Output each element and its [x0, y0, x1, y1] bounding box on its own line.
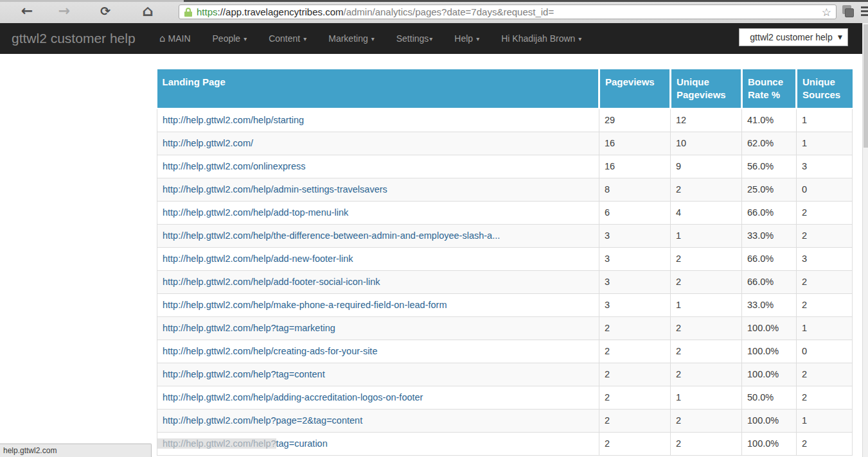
table-row: http://help.gttwl2.com/help/creating-ads… [157, 340, 853, 363]
unique-sources-value: 2 [797, 432, 853, 455]
main-menu: ⌂MAIN People▾ Content▾ Marketing▾ Settin… [148, 23, 592, 54]
unique-pageviews-value: 2 [671, 316, 742, 340]
col-header-pageviews: Pageviews [599, 69, 671, 108]
back-icon[interactable]: ← [17, 0, 37, 23]
user-greeting: Hi Khadijah Brown [501, 33, 575, 44]
bounce-rate-value: 66.0% [742, 247, 797, 270]
landing-page-link[interactable]: http://help.gttwl2.com/help/starting [163, 115, 304, 125]
unique-pageviews-value: 2 [671, 432, 742, 455]
https-lock-icon[interactable] [184, 8, 192, 17]
chevron-down-icon: ▾ [371, 35, 375, 42]
pageviews-value: 3 [599, 247, 671, 270]
unique-pageviews-value: 2 [671, 247, 742, 270]
nav-item-label: People [213, 33, 241, 44]
bookmark-star-icon[interactable]: ☆ [822, 6, 831, 19]
home-icon[interactable]: ⌂ [138, 0, 157, 23]
url-domain: app.travelagencytribes.com [226, 6, 343, 17]
pageviews-value: 16 [599, 132, 671, 155]
col-header-landing-page: Landing Page [157, 69, 599, 108]
unique-pageviews-value: 2 [671, 270, 742, 293]
table-row: http://help.gttwl2.com/help?tag=content … [157, 363, 853, 386]
unique-sources-value: 1 [797, 409, 853, 432]
unique-pageviews-value: 1 [671, 293, 742, 316]
nav-item-content[interactable]: Content▾ [258, 23, 317, 54]
nav-item-people[interactable]: People▾ [202, 23, 258, 54]
extension-icon[interactable] [841, 5, 855, 18]
forward-icon[interactable]: → [55, 0, 74, 23]
nav-item-label: MAIN [168, 33, 191, 44]
unique-sources-value: 0 [797, 178, 853, 201]
table-row: http://help.gttwl2.com/help?tag=marketin… [157, 316, 853, 340]
unique-pageviews-value: 12 [671, 108, 742, 132]
nav-item-marketing[interactable]: Marketing▾ [317, 23, 385, 54]
table-row: http://help.gttwl2.com/help/admin-settin… [157, 178, 853, 201]
nav-item-label: Help [454, 33, 473, 44]
nav-item-label: Settings [396, 33, 429, 44]
analytics-content: Landing Page Pageviews Unique Pageviews … [157, 69, 852, 456]
bounce-rate-value: 66.0% [742, 270, 797, 293]
pageviews-value: 2 [599, 363, 671, 386]
site-select-value: gttwl2 customer help [745, 32, 838, 42]
unique-sources-value: 2 [797, 293, 853, 316]
landing-page-link[interactable]: http://help.gttwl2.com/help/add-footer-s… [163, 277, 380, 287]
pageviews-value: 2 [599, 386, 671, 409]
unique-sources-value: 2 [797, 201, 853, 224]
unique-sources-value: 2 [797, 270, 853, 293]
landing-page-link[interactable]: http://help.gttwl2.com/onlinexpress [163, 161, 305, 171]
address-bar[interactable]: https://app.travelagencytribes.com/admin… [179, 4, 837, 19]
table-row: http://help.gttwl2.com/help/add-top-menu… [157, 201, 853, 224]
landing-page-link[interactable]: http://help.gttwl2.com/help/admin-settin… [163, 184, 387, 194]
table-row: http://help.gttwl2.com/help/the-differen… [157, 224, 853, 247]
refresh-icon[interactable]: ⟳ [96, 0, 115, 23]
bounce-rate-value: 56.0% [742, 155, 797, 178]
table-row: http://help.gttwl2.com/help/add-new-foot… [157, 247, 853, 270]
pageviews-value: 8 [599, 178, 671, 201]
pageviews-value: 2 [599, 340, 671, 363]
landing-page-link[interactable]: http://help.gttwl2.com/help/add-new-foot… [163, 254, 353, 264]
col-header-bounce-rate: Bounce Rate % [742, 69, 797, 108]
landing-page-link[interactable]: http://help.gttwl2.com/help/make-phone-a… [163, 300, 447, 310]
landing-page-link[interactable]: http://help.gttwl2.com/help?tag=content [163, 369, 325, 379]
landing-page-link[interactable]: http://help.gttwl2.com/ [163, 138, 253, 148]
table-row: http://help.gttwl2.com/onlinexpress 16 9… [157, 155, 853, 178]
hamburger-menu-icon[interactable] [861, 6, 868, 18]
unique-sources-value: 1 [797, 316, 853, 340]
bounce-rate-value: 50.0% [742, 386, 797, 409]
chevron-down-icon: ▾ [429, 35, 432, 42]
bounce-rate-value: 100.0% [742, 432, 797, 455]
nav-item-label: Content [269, 33, 300, 44]
nav-item-user[interactable]: Hi Khadijah Brown▾ [490, 23, 592, 54]
nav-item-help[interactable]: Help▾ [443, 23, 490, 54]
nav-item-main[interactable]: ⌂MAIN [148, 23, 202, 54]
unique-pageviews-value: 2 [671, 178, 742, 201]
app-brand: gttwl2 customer help [12, 23, 136, 54]
bounce-rate-value: 41.0% [742, 108, 797, 132]
landing-page-link[interactable]: http://help.gttwl2.com/help?tag=marketin… [163, 323, 335, 333]
bounce-rate-value: 33.0% [742, 293, 797, 316]
select-caret-icon: ▼ [838, 34, 842, 40]
bounce-rate-value: 25.0% [742, 178, 797, 201]
nav-item-settings[interactable]: Settings▾ [385, 23, 444, 54]
pageviews-value: 3 [599, 293, 671, 316]
unique-sources-value: 2 [797, 224, 853, 247]
chevron-down-icon: ▾ [303, 35, 306, 42]
landing-page-link[interactable]: http://help.gttwl2.com/help/the-differen… [163, 230, 500, 241]
pageviews-value: 3 [599, 224, 671, 247]
landing-page-link[interactable]: http://help.gttwl2.com/help/add-top-menu… [163, 207, 348, 218]
unique-pageviews-value: 1 [671, 386, 742, 409]
bounce-rate-value: 62.0% [742, 132, 797, 155]
site-select-dropdown[interactable]: gttwl2 customer help ▼ [739, 28, 848, 46]
scrollbar-thumb[interactable] [864, 24, 868, 148]
url-text: https://app.travelagencytribes.com/admin… [197, 6, 554, 17]
url-path: /admin/analytics/pages?date=7days&reques… [343, 6, 554, 17]
landing-page-link[interactable]: http://help.gttwl2.com/help/creating-ads… [163, 346, 377, 356]
table-row: http://help.gttwl2.com/help?tag=curation… [157, 432, 853, 455]
landing-page-link[interactable]: http://help.gttwl2.com/help?tag=curation [163, 438, 328, 449]
landing-page-link[interactable]: http://help.gttwl2.com/help?page=2&tag=c… [163, 415, 362, 426]
unique-sources-value: 2 [797, 363, 853, 386]
bounce-rate-value: 66.0% [742, 201, 797, 224]
unique-pageviews-value: 2 [671, 340, 742, 363]
pageviews-value: 6 [599, 201, 671, 224]
page-scrollbar[interactable] [862, 23, 868, 457]
landing-page-link[interactable]: http://help.gttwl2.com/help/adding-accre… [163, 392, 423, 402]
